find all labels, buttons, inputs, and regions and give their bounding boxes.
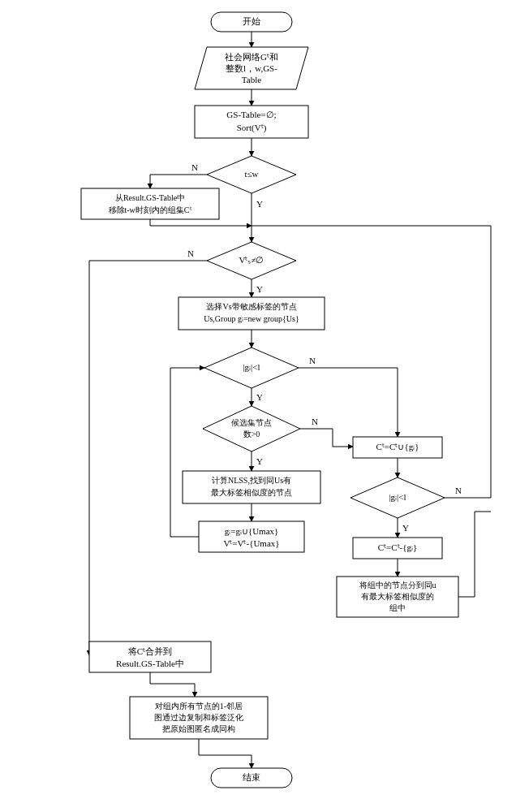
remove-l2: 移除t-w时刻内的组集Cᵗ — [109, 205, 192, 214]
input-l3: Table — [242, 75, 261, 84]
gi2-y: Y — [402, 523, 409, 533]
remove-l1: 从Result.GS-Table中 — [115, 193, 185, 202]
input-l2: 整数l，w,GS- — [226, 63, 277, 73]
tw-label: t≤w — [244, 169, 258, 179]
end-label: 结束 — [243, 772, 260, 782]
gi1-label: |gᵢ|<l — [243, 362, 260, 372]
unionc-label: Cᵗ=Cᵗ∪{gᵢ} — [376, 442, 419, 451]
init-l1: GS-Table=∅; — [226, 110, 276, 119]
minusc-label: Cᵗ=Cᵗ-{gᵢ} — [378, 542, 418, 552]
iso-l3: 把原始图匿名成同构 — [162, 724, 235, 733]
start-label: 开始 — [243, 16, 260, 26]
merge-l2: Result.GS-Table中 — [116, 659, 184, 668]
add-l1: gᵢ=gᵢ∪{Umax} — [225, 526, 279, 536]
gi2-n: N — [455, 486, 462, 495]
vs-n: N — [187, 248, 194, 258]
cand-l1: 候选集节点 — [231, 418, 272, 427]
tw-y: Y — [256, 199, 263, 209]
vs-label: Vᵗₛ≠∅ — [239, 255, 264, 265]
gi1-y: Y — [256, 392, 263, 402]
dist-l1: 将组中的节点分到同u — [359, 581, 436, 590]
decision-cand — [203, 406, 300, 451]
select-l2: Us,Group gᵢ=new group{Us} — [204, 314, 299, 323]
cand-n: N — [312, 417, 318, 426]
gi1-n: N — [309, 356, 316, 365]
dist-l2: 有最大标签相似度的 — [361, 592, 434, 601]
iso-l1: 对组内所有节点的1-邻居 — [155, 702, 243, 710]
input-l1: 社会网络Gᵗ和 — [225, 52, 278, 62]
add-l2: Vᵗ=Vᵗ-{Umax} — [223, 538, 279, 548]
dist-l3: 组中 — [389, 603, 406, 612]
init-l2: Sort(Vᵗ) — [237, 123, 267, 133]
nlss-l2: 最大标签相似度的节点 — [211, 488, 292, 497]
merge-l1: 将Cᵗ合并到 — [127, 646, 172, 656]
gi2-label: |gᵢ|<l — [389, 492, 406, 502]
nlss-l1: 计算NLSS,找到同Us有 — [212, 476, 291, 485]
vs-y: Y — [256, 284, 263, 294]
iso-l2: 图通过边复制和标签泛化 — [154, 713, 243, 722]
select-l1: 选择Vs带敏感标签的节点 — [206, 302, 296, 311]
cand-y: Y — [256, 456, 263, 466]
tw-n: N — [191, 162, 198, 172]
cand-l2: 数>0 — [243, 430, 260, 438]
